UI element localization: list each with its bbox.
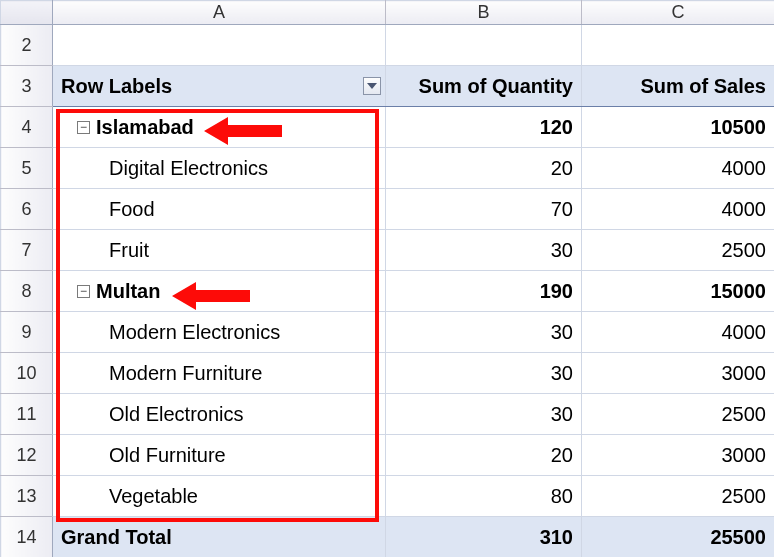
cell-C14[interactable]: 25500 bbox=[582, 517, 775, 558]
row-labels-text: Row Labels bbox=[61, 75, 172, 98]
cell-C7[interactable]: 2500 bbox=[582, 230, 775, 271]
row-header-2[interactable]: 2 bbox=[1, 25, 53, 66]
cell-A4-group[interactable]: − Islamabad bbox=[53, 107, 386, 148]
cell-B7[interactable]: 30 bbox=[386, 230, 582, 271]
cell-A5[interactable]: Digital Electronics bbox=[53, 148, 386, 189]
row-9: 9 Modern Electronics 30 4000 bbox=[1, 312, 775, 353]
row-14: 14 Grand Total 310 25500 bbox=[1, 517, 775, 558]
cell-A2[interactable] bbox=[53, 25, 386, 66]
cell-C13[interactable]: 2500 bbox=[582, 476, 775, 517]
group-sales: 15000 bbox=[582, 271, 774, 311]
sum-qty-header: Sum of Quantity bbox=[419, 75, 573, 98]
row-header-3[interactable]: 3 bbox=[1, 66, 53, 107]
row-2: 2 bbox=[1, 25, 775, 66]
row-8: 8 − Multan 190 15000 bbox=[1, 271, 775, 312]
cell-B3-sum-qty[interactable]: Sum of Quantity bbox=[386, 66, 582, 107]
item-name: Vegetable bbox=[53, 476, 385, 516]
cell-B14[interactable]: 310 bbox=[386, 517, 582, 558]
row-header-13[interactable]: 13 bbox=[1, 476, 53, 517]
cell-A6[interactable]: Food bbox=[53, 189, 386, 230]
cell-B5[interactable]: 20 bbox=[386, 148, 582, 189]
col-header-B[interactable]: B bbox=[386, 1, 582, 25]
item-name: Old Electronics bbox=[53, 394, 385, 434]
row-5: 5 Digital Electronics 20 4000 bbox=[1, 148, 775, 189]
cell-C9[interactable]: 4000 bbox=[582, 312, 775, 353]
pivot-table-grid: A B C 2 3 Row Labels Sum of Quantity Sum… bbox=[0, 0, 774, 557]
row-header-10[interactable]: 10 bbox=[1, 353, 53, 394]
col-header-A[interactable]: A bbox=[53, 1, 386, 25]
row-11: 11 Old Electronics 30 2500 bbox=[1, 394, 775, 435]
cell-B10[interactable]: 30 bbox=[386, 353, 582, 394]
cell-A3-row-labels[interactable]: Row Labels bbox=[53, 66, 386, 107]
cell-A10[interactable]: Modern Furniture bbox=[53, 353, 386, 394]
item-qty: 30 bbox=[386, 312, 581, 352]
item-sales: 2500 bbox=[582, 230, 774, 270]
item-name: Modern Electronics bbox=[53, 312, 385, 352]
select-all-corner[interactable] bbox=[1, 1, 53, 25]
cell-B13[interactable]: 80 bbox=[386, 476, 582, 517]
cell-B2[interactable] bbox=[386, 25, 582, 66]
cell-C4[interactable]: 10500 bbox=[582, 107, 775, 148]
cell-B8[interactable]: 190 bbox=[386, 271, 582, 312]
item-sales: 2500 bbox=[582, 476, 774, 516]
row-header-4[interactable]: 4 bbox=[1, 107, 53, 148]
group-name: Multan bbox=[96, 280, 160, 303]
item-qty: 30 bbox=[386, 394, 581, 434]
item-sales: 4000 bbox=[582, 312, 774, 352]
cell-B11[interactable]: 30 bbox=[386, 394, 582, 435]
item-sales: 2500 bbox=[582, 394, 774, 434]
chevron-down-icon bbox=[367, 83, 377, 89]
group-sales: 10500 bbox=[582, 107, 774, 147]
cell-A8-group[interactable]: − Multan bbox=[53, 271, 386, 312]
row-6: 6 Food 70 4000 bbox=[1, 189, 775, 230]
col-header-C[interactable]: C bbox=[582, 1, 775, 25]
cell-C3-sum-sales[interactable]: Sum of Sales bbox=[582, 66, 775, 107]
cell-C12[interactable]: 3000 bbox=[582, 435, 775, 476]
row-header-9[interactable]: 9 bbox=[1, 312, 53, 353]
item-sales: 4000 bbox=[582, 189, 774, 229]
item-qty: 30 bbox=[386, 230, 581, 270]
item-name: Old Furniture bbox=[53, 435, 385, 475]
row-13: 13 Vegetable 80 2500 bbox=[1, 476, 775, 517]
item-sales: 3000 bbox=[582, 353, 774, 393]
row-10: 10 Modern Furniture 30 3000 bbox=[1, 353, 775, 394]
row-header-8[interactable]: 8 bbox=[1, 271, 53, 312]
row-header-12[interactable]: 12 bbox=[1, 435, 53, 476]
row-header-5[interactable]: 5 bbox=[1, 148, 53, 189]
item-name: Digital Electronics bbox=[53, 148, 385, 188]
item-qty: 20 bbox=[386, 148, 581, 188]
row-4: 4 − Islamabad 120 10500 bbox=[1, 107, 775, 148]
item-sales: 4000 bbox=[582, 148, 774, 188]
cell-C11[interactable]: 2500 bbox=[582, 394, 775, 435]
row-header-11[interactable]: 11 bbox=[1, 394, 53, 435]
cell-A12[interactable]: Old Furniture bbox=[53, 435, 386, 476]
collapse-toggle-multan[interactable]: − bbox=[77, 285, 90, 298]
cell-C6[interactable]: 4000 bbox=[582, 189, 775, 230]
row-header-14[interactable]: 14 bbox=[1, 517, 53, 558]
row-header-7[interactable]: 7 bbox=[1, 230, 53, 271]
cell-B12[interactable]: 20 bbox=[386, 435, 582, 476]
cell-C8[interactable]: 15000 bbox=[582, 271, 775, 312]
row-header-6[interactable]: 6 bbox=[1, 189, 53, 230]
item-name: Fruit bbox=[53, 230, 385, 270]
row-labels-filter-button[interactable] bbox=[363, 77, 381, 95]
cell-B6[interactable]: 70 bbox=[386, 189, 582, 230]
cell-A7[interactable]: Fruit bbox=[53, 230, 386, 271]
cell-A13[interactable]: Vegetable bbox=[53, 476, 386, 517]
cell-A11[interactable]: Old Electronics bbox=[53, 394, 386, 435]
collapse-toggle-islamabad[interactable]: − bbox=[77, 121, 90, 134]
item-qty: 30 bbox=[386, 353, 581, 393]
cell-B4[interactable]: 120 bbox=[386, 107, 582, 148]
row-7: 7 Fruit 30 2500 bbox=[1, 230, 775, 271]
cell-C2[interactable] bbox=[582, 25, 775, 66]
cell-C5[interactable]: 4000 bbox=[582, 148, 775, 189]
cell-C10[interactable]: 3000 bbox=[582, 353, 775, 394]
grand-total-label: Grand Total bbox=[53, 517, 385, 557]
cell-B9[interactable]: 30 bbox=[386, 312, 582, 353]
item-name: Modern Furniture bbox=[53, 353, 385, 393]
group-qty: 190 bbox=[386, 271, 581, 311]
cell-A14-grand-total[interactable]: Grand Total bbox=[53, 517, 386, 558]
cell-A9[interactable]: Modern Electronics bbox=[53, 312, 386, 353]
group-name: Islamabad bbox=[96, 116, 194, 139]
grand-total-qty: 310 bbox=[386, 517, 581, 557]
